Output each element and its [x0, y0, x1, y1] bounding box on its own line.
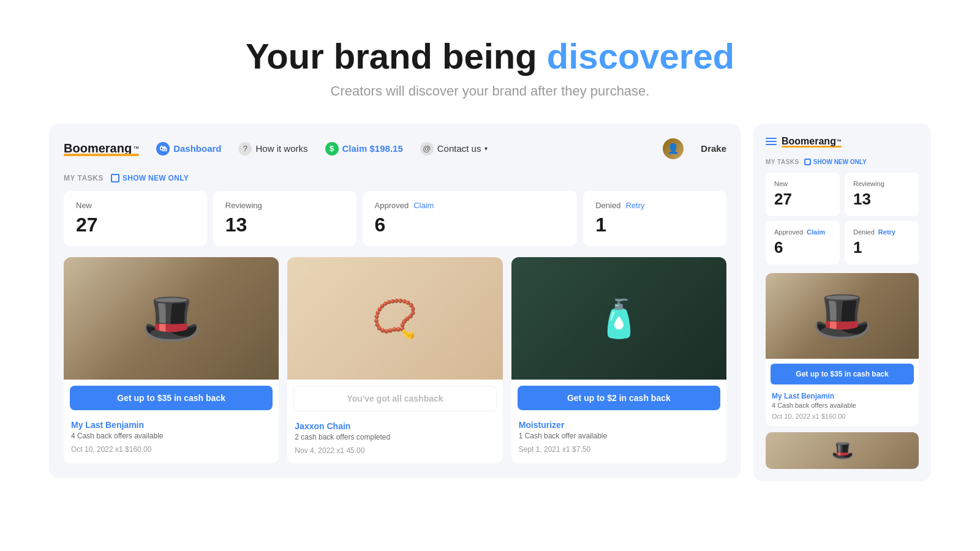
- product-name-necklace[interactable]: Jaxxon Chain: [295, 421, 495, 431]
- product-subtitle-hat: 4 Cash back offers available: [71, 432, 271, 440]
- stat-reviewing: Reviewing 13: [213, 191, 356, 246]
- retry-button[interactable]: Retry: [625, 201, 644, 210]
- stat-approved-value: 6: [375, 214, 565, 236]
- main-layout: Boomerang™ 🛍 Dashboard ? How it works $ …: [0, 124, 980, 481]
- product-image-necklace: [287, 257, 502, 380]
- side-logo-wrap: Boomerang™: [782, 136, 842, 148]
- side-checkbox-icon: [804, 159, 811, 165]
- side-show-new-only-toggle[interactable]: SHOW NEW ONLY: [804, 159, 867, 165]
- side-product-cta-hat[interactable]: Get up to $35 in cash back: [771, 364, 914, 384]
- side-product-subtitle: 4 Cash back offers available: [772, 402, 913, 409]
- product-subtitle-necklace: 2 cash back offers completed: [295, 433, 495, 441]
- product-image-moisturizer: [511, 257, 726, 380]
- show-new-only-toggle[interactable]: SHOW NEW ONLY: [111, 174, 189, 182]
- stat-approved-label: Approved Claim: [375, 201, 565, 210]
- at-icon: @: [420, 142, 434, 156]
- nav-how-it-works[interactable]: ? How it works: [238, 142, 307, 156]
- side-stat-denied: Denied Retry 1: [845, 221, 919, 264]
- hero-title: Your brand being discovered: [0, 37, 980, 76]
- side-product-name[interactable]: My Last Benjamin: [772, 392, 913, 400]
- hero-subtitle: Creators will discover your brand after …: [0, 83, 980, 99]
- product-image-hat: [64, 257, 279, 380]
- products-grid: Get up to $35 in cash back My Last Benja…: [64, 257, 726, 463]
- product-card-hat: Get up to $35 in cash back My Last Benja…: [64, 257, 279, 463]
- product-subtitle-moisturizer: 1 Cash back offer available: [519, 432, 719, 440]
- user-avatar[interactable]: 👤: [663, 138, 684, 159]
- product-card-necklace: You've got all cashback Jaxxon Chain 2 c…: [287, 257, 502, 463]
- checkbox-icon: [111, 174, 119, 182]
- product-name-moisturizer[interactable]: Moisturizer: [519, 420, 719, 430]
- tasks-header: MY TASKS SHOW NEW ONLY: [64, 174, 726, 182]
- nav-dashboard[interactable]: 🛍 Dashboard: [156, 142, 221, 156]
- product-meta-necklace: Nov 4, 2022 x1 45.00: [295, 446, 495, 455]
- stat-new-value: 27: [76, 214, 195, 236]
- side-product-meta: Oct 10, 2022 x1 $160.00: [772, 413, 913, 420]
- boomerang-logo: Boomerang™: [64, 141, 139, 156]
- side-stat-approved-value: 6: [774, 238, 831, 257]
- tasks-label: MY TASKS: [64, 174, 104, 182]
- product-cta-moisturizer[interactable]: Get up to $2 in cash back: [518, 386, 720, 410]
- product-cta-hat[interactable]: Get up to $35 in cash back: [70, 386, 273, 410]
- side-stat-new: New 27: [766, 173, 840, 216]
- dollar-icon: $: [325, 142, 339, 156]
- hero-section: Your brand being discovered Creators wil…: [0, 0, 980, 124]
- hamburger-menu[interactable]: [766, 138, 777, 145]
- product-name-hat[interactable]: My Last Benjamin: [71, 420, 271, 430]
- stat-reviewing-value: 13: [225, 214, 344, 236]
- product-meta-moisturizer: Sept 1, 2021 x1 $7.50: [519, 445, 719, 454]
- side-retry-button[interactable]: Retry: [878, 228, 895, 236]
- side-product-card-small: 🎩: [766, 432, 919, 469]
- side-stat-new-value: 27: [774, 190, 831, 209]
- side-panel: Boomerang™ MY TASKS SHOW NEW ONLY New 27: [753, 124, 931, 481]
- product-meta-hat: Oct 10, 2022 x1 $160.00: [71, 445, 271, 454]
- side-stats-grid: New 27 Reviewing 13 Approved Claim 6 Den: [766, 173, 919, 264]
- side-stat-reviewing-value: 13: [853, 190, 910, 209]
- stat-denied: Denied Retry 1: [583, 191, 726, 246]
- card-nav: Boomerang™ 🛍 Dashboard ? How it works $ …: [64, 138, 726, 159]
- side-product-card-hat: Get up to $35 in cash back My Last Benja…: [766, 273, 919, 426]
- claim-button[interactable]: Claim: [413, 201, 434, 210]
- side-stat-denied-value: 1: [853, 238, 910, 257]
- product-cta-necklace: You've got all cashback: [293, 386, 496, 411]
- side-product-image-hat: [766, 273, 919, 359]
- side-tasks-label: MY TASKS: [766, 159, 799, 165]
- stat-denied-label: Denied Retry: [595, 201, 714, 210]
- stat-new-label: New: [76, 201, 195, 210]
- side-tasks-header: MY TASKS SHOW NEW ONLY: [766, 159, 919, 165]
- side-stat-approved: Approved Claim 6: [766, 221, 840, 264]
- question-icon: ?: [238, 142, 252, 156]
- logo-underline: [64, 154, 139, 156]
- stat-denied-value: 1: [595, 214, 714, 236]
- dashboard-icon: 🛍: [156, 142, 170, 156]
- dashboard-card: Boomerang™ 🛍 Dashboard ? How it works $ …: [49, 124, 741, 478]
- side-stat-reviewing: Reviewing 13: [845, 173, 919, 216]
- stats-grid: New 27 Reviewing 13 Approved Claim 6 Den: [64, 191, 726, 246]
- stat-reviewing-label: Reviewing: [225, 201, 344, 210]
- stat-new: New 27: [64, 191, 207, 246]
- chevron-down-icon: ▾: [484, 145, 488, 152]
- nav-contact[interactable]: @ Contact us ▾: [420, 142, 488, 156]
- side-nav: Boomerang™: [766, 136, 919, 148]
- stat-approved: Approved Claim 6: [363, 191, 578, 246]
- side-claim-button[interactable]: Claim: [807, 228, 825, 236]
- user-name: Drake: [701, 143, 726, 154]
- nav-claim[interactable]: $ Claim $198.15: [325, 142, 403, 156]
- product-card-moisturizer: Get up to $2 in cash back Moisturizer 1 …: [511, 257, 726, 463]
